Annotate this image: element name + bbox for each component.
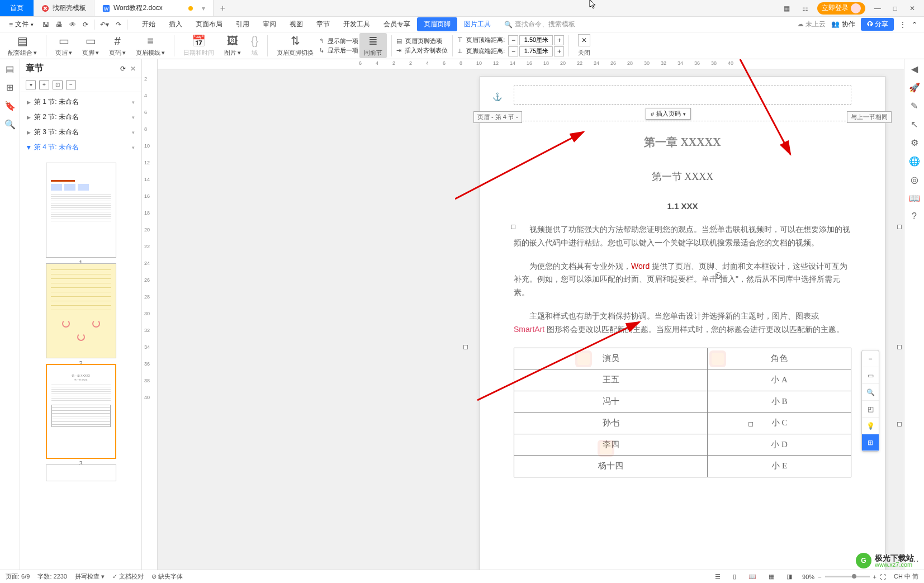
- template-tab[interactable]: 找稻壳模板: [34, 0, 94, 16]
- crop-tool[interactable]: ◰: [862, 401, 879, 418]
- save-icon[interactable]: 🖫: [39, 21, 53, 29]
- nav-close-icon[interactable]: ✕: [130, 65, 136, 73]
- word-count[interactable]: 字数: 2230: [37, 572, 67, 581]
- combo-button[interactable]: ▤配套组合▾: [3, 33, 41, 58]
- login-button[interactable]: 立即登录: [817, 2, 865, 15]
- assist-icon[interactable]: 🚀: [909, 82, 920, 93]
- footer-bottom-plus[interactable]: +: [554, 46, 564, 56]
- menu-review[interactable]: 审阅: [256, 17, 283, 31]
- select-tool-icon[interactable]: ↖: [911, 119, 918, 130]
- zoom-minus-icon[interactable]: −: [818, 573, 821, 580]
- zoom-fit-icon[interactable]: ⛶: [880, 573, 886, 580]
- header-top-minus[interactable]: −: [508, 35, 518, 45]
- close-tab-icon[interactable]: ▾: [202, 4, 205, 12]
- header-button[interactable]: ▭页眉▾: [51, 33, 77, 58]
- selection-handle[interactable]: [614, 422, 619, 426]
- view-outline-icon[interactable]: ☰: [713, 572, 723, 581]
- globe-icon[interactable]: 🌐: [909, 156, 920, 167]
- selection-handle[interactable]: [463, 345, 468, 349]
- refresh-icon[interactable]: ⟳: [79, 21, 92, 29]
- insert-pagenum-button[interactable]: #插入页码▾: [646, 108, 691, 120]
- settings-slider-icon[interactable]: ⚙: [911, 138, 918, 148]
- section-item-4[interactable]: ▶第 4 节: 未命名▾: [20, 140, 141, 155]
- page-thumb-2[interactable]: 2: [46, 263, 116, 358]
- menu-insert[interactable]: 插入: [162, 17, 189, 31]
- nav-refresh-icon[interactable]: ⟳: [120, 65, 126, 73]
- section-item-1[interactable]: ▶第 1 节: 未命名▾: [20, 94, 141, 110]
- home-tab[interactable]: 首页: [0, 0, 34, 16]
- rotate-handle[interactable]: ↻: [715, 272, 722, 279]
- switch-button[interactable]: ⇅页眉页脚切换: [272, 33, 318, 58]
- menu-picture-tools[interactable]: 图片工具: [457, 17, 497, 31]
- minimize-button[interactable]: —: [871, 2, 884, 15]
- zoom-plus-icon[interactable]: +: [873, 573, 876, 580]
- book-icon[interactable]: 📖: [909, 193, 920, 203]
- selection-handle[interactable]: [511, 225, 515, 229]
- header-top-input[interactable]: [519, 35, 553, 45]
- properties-tool[interactable]: ⊞: [862, 434, 879, 451]
- same-section-button[interactable]: ≣同前节: [359, 33, 387, 58]
- collapse-right-icon[interactable]: ◀: [911, 64, 918, 74]
- redo-icon[interactable]: ↷: [112, 21, 125, 29]
- footer-bottom-input[interactable]: [519, 46, 553, 56]
- more-menu-icon[interactable]: ⋮: [899, 21, 906, 29]
- view-page-icon[interactable]: ▯: [731, 572, 738, 581]
- tool-expand-icon[interactable]: ▾: [26, 80, 36, 89]
- collapse-ribbon-icon[interactable]: ⌃: [912, 21, 917, 29]
- proofreading[interactable]: ✓ 文档校对: [112, 572, 144, 581]
- maximize-button[interactable]: □: [890, 2, 901, 15]
- undo-icon[interactable]: ↶▾: [97, 21, 112, 29]
- header-edit-zone[interactable]: 页眉 - 第 4 节 - #插入页码▾ 与上一节相同: [514, 77, 851, 121]
- close-window-button[interactable]: ✕: [906, 2, 918, 15]
- header-top-plus[interactable]: +: [554, 35, 564, 45]
- missing-fonts[interactable]: ⊘ 缺失字体: [151, 572, 183, 581]
- edit-tool-icon[interactable]: ✎: [911, 101, 918, 111]
- bookmark-icon[interactable]: 🔖: [4, 101, 16, 111]
- show-prev-button[interactable]: ↰显示前一项: [319, 37, 358, 45]
- find-icon[interactable]: 🔍: [4, 119, 16, 130]
- tool-add-icon[interactable]: +: [39, 80, 49, 89]
- collab-button[interactable]: 👥 协作: [831, 20, 855, 29]
- apps-icon[interactable]: ⚏: [799, 2, 812, 15]
- show-next-button[interactable]: ↳显示后一项: [319, 46, 358, 55]
- page-indicator[interactable]: 页面: 6/9: [6, 572, 30, 581]
- footer-button[interactable]: ▭页脚▾: [78, 33, 103, 58]
- hf-options-button[interactable]: ▤页眉页脚选项: [396, 37, 448, 45]
- view-web-icon[interactable]: ▦: [766, 572, 776, 581]
- page-thumb-4[interactable]: [46, 464, 116, 481]
- picture-button[interactable]: 🖼图片▾: [220, 34, 245, 58]
- selection-handle[interactable]: [715, 225, 719, 229]
- layout-icon[interactable]: ▦: [780, 2, 793, 15]
- idea-tool[interactable]: 💡: [862, 418, 879, 434]
- menu-member[interactable]: 会员专享: [377, 17, 417, 31]
- view-read-icon[interactable]: 📖: [746, 572, 759, 581]
- header-line-button[interactable]: ≡页眉横线▾: [131, 34, 169, 58]
- page-thumb-3[interactable]: 第一章 XXXXX 第一节 XXXX 3: [46, 364, 116, 459]
- zoom-tool[interactable]: 🔍: [862, 384, 879, 401]
- section-item-2[interactable]: ▶第 2 节: 未命名▾: [20, 110, 141, 125]
- cloud-status[interactable]: ☁ 未上云: [797, 20, 826, 29]
- zoom-control[interactable]: 90% − + ⛶: [802, 573, 886, 580]
- zoom-out-tool[interactable]: −: [862, 350, 879, 367]
- print-icon[interactable]: 🖶: [53, 21, 66, 29]
- menu-header-footer[interactable]: 页眉页脚: [417, 17, 457, 31]
- footer-bottom-minus[interactable]: −: [508, 46, 518, 56]
- selection-handle[interactable]: [897, 225, 902, 229]
- fit-page-tool[interactable]: ▭: [862, 367, 879, 384]
- insert-align-button[interactable]: ⇥插入对齐制表位: [396, 46, 448, 55]
- file-menu[interactable]: ≡文件▾: [3, 20, 39, 29]
- new-tab-button[interactable]: +: [214, 3, 232, 13]
- print-preview-icon[interactable]: 👁: [66, 21, 79, 29]
- tool-insert-icon[interactable]: ⊡: [53, 80, 63, 89]
- selection-handle[interactable]: [897, 345, 902, 349]
- structure-icon[interactable]: ⊞: [6, 82, 13, 93]
- outline-icon[interactable]: ▤: [6, 64, 14, 74]
- menu-section[interactable]: 章节: [310, 17, 337, 31]
- close-hf-button[interactable]: ✕ 关闭: [574, 33, 595, 58]
- selection-handle[interactable]: [748, 422, 753, 426]
- selection-handle[interactable]: [897, 422, 902, 426]
- ime-status[interactable]: CH 中 简: [894, 572, 918, 581]
- pagenum-button[interactable]: #页码▾: [105, 34, 130, 58]
- command-search[interactable]: 🔍查找命令、搜索模板: [504, 20, 575, 29]
- spell-check[interactable]: 拼写检查 ▾: [75, 572, 105, 581]
